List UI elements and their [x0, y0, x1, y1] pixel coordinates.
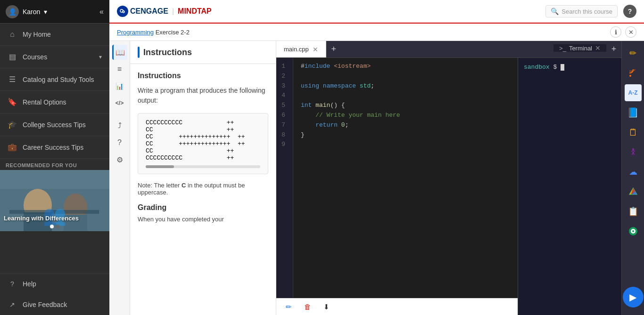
tool-drive-button[interactable]: [625, 183, 642, 200]
tool-cloud-button[interactable]: ☁: [625, 163, 642, 180]
sidebar-item-rental[interactable]: 🔖 Rental Options: [0, 91, 109, 113]
top-bar-right: 🔍 Search this course ?: [545, 5, 636, 18]
svg-point-18: [632, 230, 634, 232]
code-output-box: CCCCCCCCCC ++ CC ++ CC ++++++++++++++ ++…: [138, 113, 268, 174]
user-chevron: ▾: [44, 8, 47, 16]
search-placeholder: Search this course: [561, 8, 612, 15]
breadcrumb-bar: Programming Exercise 2-2 ℹ ✕: [109, 24, 644, 41]
cengage-logo: CENGAGE | MINDTAP: [117, 6, 212, 17]
code-line-2: [301, 72, 510, 81]
catalog-icon: ☰: [8, 75, 17, 84]
terminal-area: sandbox $: [518, 58, 621, 315]
code-line-6: // Write your main here: [301, 111, 510, 121]
editor-tab-main-cpp[interactable]: main.cpp ✕: [276, 41, 326, 57]
code-line-3: using namespace std;: [301, 81, 510, 91]
courses-icon: ▤: [8, 52, 17, 61]
code-output-line: CCCCCCCCCC ++: [146, 119, 260, 126]
sidebar-item-label: My Home: [23, 31, 51, 38]
terminal-tab[interactable]: >_ Terminal ✕: [553, 44, 606, 52]
sidebar-item-label: Rental Options: [23, 98, 66, 106]
line-number: 8: [276, 130, 289, 140]
sidebar-collapse-button[interactable]: «: [99, 8, 104, 16]
note-text: Note: The letter C in the output must be…: [138, 182, 268, 196]
code-output-line: CC ++: [146, 126, 260, 133]
help-button[interactable]: ?: [623, 5, 636, 18]
tool-code-view[interactable]: </>: [112, 96, 127, 111]
tool-settings[interactable]: ⚙: [112, 152, 127, 167]
content-area: 📖 ≡ 📊 </> ⤴ ? ⚙ Instructions Instruction…: [109, 41, 644, 315]
terminal-tab-label: Terminal: [569, 45, 592, 52]
tool-pencil-button[interactable]: ✏: [625, 45, 642, 62]
tool-icons: 📖 ≡ 📊 </> ⤴ ? ⚙: [109, 41, 130, 315]
editor-add-tab-button[interactable]: +: [326, 41, 341, 57]
editor-bottom-bar: ✏ 🗑 ⬇: [276, 298, 518, 315]
instructions-body: Instructions Write a program that produc…: [130, 64, 276, 315]
tool-circle-button[interactable]: [625, 223, 642, 240]
code-line-5: int main() {: [301, 101, 510, 111]
recommended-image: [0, 170, 109, 231]
tool-rss-button[interactable]: [625, 65, 642, 81]
line-number: 9: [276, 140, 289, 150]
info-button[interactable]: ℹ: [610, 26, 621, 38]
tool-book-button[interactable]: 📘: [625, 104, 642, 121]
tab-close-icon[interactable]: ✕: [313, 46, 318, 53]
tool-notepad-button[interactable]: 🗒: [625, 124, 642, 141]
tool-list-view[interactable]: ≡: [112, 62, 127, 77]
tool-info[interactable]: ?: [112, 135, 127, 150]
search-box[interactable]: 🔍 Search this course: [545, 5, 618, 17]
search-icon: 🔍: [551, 8, 559, 15]
edit-pencil-button[interactable]: ✏: [282, 300, 295, 314]
chevron-down-icon: ▾: [99, 54, 102, 60]
svg-point-11: [632, 148, 634, 150]
sidebar-item-help[interactable]: ? Help: [0, 274, 109, 294]
instructions-header: Instructions: [130, 41, 276, 64]
terminal-content[interactable]: sandbox $: [518, 58, 621, 315]
tool-az-button[interactable]: A-Z: [625, 84, 642, 101]
rental-icon: 🔖: [8, 97, 17, 106]
logo-separator: |: [172, 7, 174, 16]
tool-accessibility-button[interactable]: [625, 144, 642, 161]
download-button[interactable]: ⬇: [320, 300, 333, 314]
code-content[interactable]: #include <iostream> using namespace std;…: [293, 58, 518, 298]
sidebar-item-feedback[interactable]: ↗ Give Feedback: [0, 294, 109, 315]
right-tools: ✏ A-Z 📘 🗒 ☁: [621, 41, 644, 315]
sidebar-item-college-success[interactable]: 🎓 College Success Tips: [0, 113, 109, 136]
tool-notes-button[interactable]: 📋: [625, 203, 642, 220]
recommended-card[interactable]: Learning with Differences: [0, 170, 109, 231]
recommended-dots: [50, 225, 59, 228]
top-bar: CENGAGE | MINDTAP 🔍 Search this course ?: [109, 0, 644, 24]
sidebar-item-courses[interactable]: ▤ Courses ▾: [0, 46, 109, 68]
terminal-close-icon[interactable]: ✕: [595, 44, 601, 52]
code-line-4: [301, 91, 510, 101]
code-output-scrollbar[interactable]: [146, 165, 260, 168]
sidebar-item-label: Career Success Tips: [23, 144, 83, 151]
dot-2: [56, 225, 59, 228]
sidebar-item-catalog[interactable]: ☰ Catalog and Study Tools: [0, 68, 109, 91]
sidebar-item-career-success[interactable]: 💼 Career Success Tips: [0, 136, 109, 159]
svg-rect-6: [9, 210, 99, 214]
terminal-cursor: [561, 64, 564, 71]
career-icon: 💼: [8, 143, 17, 152]
terminal-add-tab-button[interactable]: +: [606, 44, 621, 54]
delete-button[interactable]: 🗑: [301, 300, 314, 314]
tool-share[interactable]: ⤴: [112, 118, 127, 133]
line-number: 7: [276, 121, 289, 130]
line-number: 6: [276, 111, 289, 121]
instructions-text: Write a program that produces the follow…: [138, 86, 268, 105]
sidebar-item-label: Catalog and Study Tools: [23, 76, 94, 83]
breadcrumb: Programming Exercise 2-2: [117, 29, 190, 36]
user-name: Karon: [23, 8, 40, 16]
tool-chart-view[interactable]: 📊: [112, 79, 127, 94]
breadcrumb-link[interactable]: Programming: [117, 29, 154, 36]
breadcrumb-actions: ℹ ✕: [610, 26, 636, 38]
instructions-panel: Instructions Instructions Write a progra…: [130, 41, 276, 315]
feedback-icon: ↗: [8, 301, 17, 308]
close-button[interactable]: ✕: [625, 26, 636, 38]
play-button[interactable]: ▶: [623, 287, 644, 307]
line-number: 2: [276, 72, 289, 81]
sidebar-user[interactable]: 👤 Karon ▾: [6, 5, 47, 18]
tool-book-view[interactable]: 📖: [112, 45, 127, 60]
code-line-9: [301, 140, 510, 150]
sidebar-item-my-home[interactable]: ⌂ My Home: [0, 24, 109, 46]
instructions-title: Instructions: [143, 48, 192, 57]
